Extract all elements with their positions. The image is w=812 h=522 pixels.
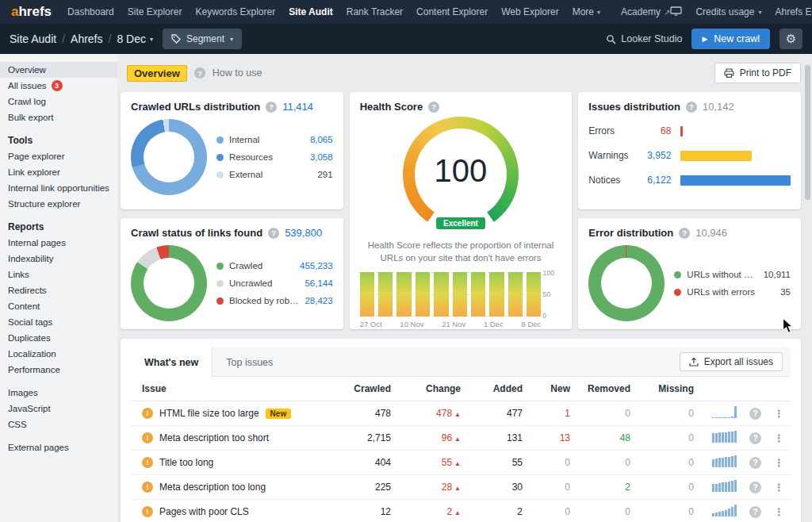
tab-top-issues[interactable]: Top issues bbox=[213, 347, 286, 377]
nav-academy[interactable]: Academy ↗ bbox=[621, 6, 670, 17]
help-icon[interactable]: ? bbox=[749, 408, 761, 420]
sidebar-item-bulk-export[interactable]: Bulk export bbox=[0, 109, 117, 125]
sidebar-item-crawl-log[interactable]: Crawl log bbox=[0, 94, 117, 109]
sidebar-item-internal-pages[interactable]: Internal pages bbox=[0, 235, 117, 251]
scrollbar[interactable] bbox=[805, 65, 810, 200]
enterprise-menu[interactable]: Ahrefs Enterprise ▾ bbox=[775, 6, 812, 17]
help-icon[interactable]: ? bbox=[749, 506, 761, 518]
crawled-urls-total[interactable]: 11,414 bbox=[282, 101, 313, 113]
help-icon[interactable]: ? bbox=[679, 228, 690, 239]
row-menu-icon[interactable]: ⋮ bbox=[774, 482, 784, 493]
legend-value[interactable]: 56,144 bbox=[304, 278, 332, 288]
sidebar-item-external-pages[interactable]: External pages bbox=[0, 439, 117, 455]
issue-link[interactable]: HTML file size too large bbox=[159, 408, 259, 419]
sidebar-item-performance[interactable]: Performance bbox=[0, 362, 117, 378]
sidebar-item-localization[interactable]: Localization bbox=[0, 346, 117, 362]
issues-tab-bar: What's newTop issues Export all issues bbox=[131, 347, 791, 377]
issue-link[interactable]: Meta description too short bbox=[159, 432, 269, 443]
top-nav-item-keywords-explorer[interactable]: Keywords Explorer bbox=[195, 6, 275, 17]
help-icon[interactable]: ? bbox=[266, 102, 277, 113]
top-nav-item-web-explorer[interactable]: Web Explorer bbox=[501, 6, 558, 17]
breadcrumb-project[interactable]: Ahrefs bbox=[71, 33, 102, 45]
new-crawl-button[interactable]: ▶ New crawl bbox=[691, 29, 770, 49]
help-icon[interactable]: ? bbox=[428, 102, 439, 113]
column-header-removed[interactable]: Removed bbox=[576, 377, 637, 401]
issues-row-notices: Notices6,122 bbox=[588, 175, 791, 186]
top-nav-item-content-explorer[interactable]: Content Explorer bbox=[416, 6, 488, 17]
ahrefs-logo[interactable]: ahrefs bbox=[11, 4, 52, 20]
sparkline-chart bbox=[712, 431, 737, 443]
column-header-missing[interactable]: Missing bbox=[637, 377, 700, 401]
sidebar-item-social-tags[interactable]: Social tags bbox=[0, 314, 117, 330]
help-icon[interactable]: ? bbox=[268, 228, 279, 239]
column-header-issue[interactable]: Issue bbox=[131, 377, 345, 401]
legend-value[interactable]: 8,065 bbox=[310, 135, 333, 144]
row-menu-icon[interactable]: ⋮ bbox=[774, 457, 784, 469]
crawl-date-selector[interactable]: 8 Dec ▾ bbox=[117, 33, 153, 45]
column-header-added[interactable]: Added bbox=[467, 377, 529, 401]
sidebar-item-all-issues[interactable]: All issues3 bbox=[0, 78, 117, 94]
cell-change: 2▲ bbox=[397, 500, 467, 522]
settings-button[interactable]: ⚙ bbox=[779, 29, 802, 49]
top-nav-item-more[interactable]: More▾ bbox=[573, 6, 600, 17]
sidebar-item-internal-link-opportunities[interactable]: Internal link opportunities bbox=[0, 180, 117, 196]
credits-usage-menu[interactable]: Credits usage ▾ bbox=[695, 6, 761, 17]
up-triangle-icon: ▲ bbox=[454, 460, 461, 467]
sidebar-item-css[interactable]: CSS bbox=[0, 416, 117, 432]
column-header-change[interactable]: Change bbox=[397, 377, 467, 401]
help-icon[interactable]: ? bbox=[686, 102, 697, 113]
sidebar-item-indexability[interactable]: Indexability bbox=[0, 251, 117, 267]
sidebar-item-redirects[interactable]: Redirects bbox=[0, 282, 117, 298]
sidebar-item-overview[interactable]: Overview bbox=[0, 62, 117, 78]
links-found-total[interactable]: 539,800 bbox=[285, 227, 322, 239]
sidebar-item-duplicates[interactable]: Duplicates bbox=[0, 330, 117, 346]
row-menu-icon[interactable]: ⋮ bbox=[774, 432, 784, 444]
top-nav-item-site-audit[interactable]: Site Audit bbox=[289, 6, 333, 17]
issue-link[interactable]: Pages with poor CLS bbox=[159, 506, 249, 517]
sidebar-item-links[interactable]: Links bbox=[0, 267, 117, 282]
top-nav-item-rank-tracker[interactable]: Rank Tracker bbox=[347, 6, 403, 17]
overview-header: Overview ? How to use Print to PDF bbox=[121, 60, 801, 86]
sidebar-item-images[interactable]: Images bbox=[0, 385, 117, 401]
issues-value[interactable]: 6,122 bbox=[634, 175, 671, 186]
health-score-value: 100 bbox=[403, 117, 519, 225]
legend-item-urls-without-errors: URLs without errors10,911 bbox=[674, 270, 791, 279]
sidebar-item-content[interactable]: Content bbox=[0, 298, 117, 314]
help-icon[interactable]: ? bbox=[749, 432, 761, 444]
issue-link[interactable]: Meta description too long bbox=[159, 482, 266, 493]
display-settings-icon[interactable] bbox=[670, 6, 682, 18]
breadcrumb-site-audit[interactable]: Site Audit bbox=[10, 33, 56, 45]
sidebar-item-page-explorer[interactable]: Page explorer bbox=[0, 148, 117, 164]
help-icon[interactable]: ? bbox=[749, 482, 761, 493]
issues-value[interactable]: 68 bbox=[634, 125, 671, 136]
legend-value: 291 bbox=[317, 170, 332, 179]
top-nav-item-site-explorer[interactable]: Site Explorer bbox=[128, 6, 182, 17]
how-to-use-link[interactable]: How to use bbox=[213, 67, 262, 79]
help-icon[interactable]: ? bbox=[194, 67, 205, 79]
sidebar-item-link-explorer[interactable]: Link explorer bbox=[0, 164, 117, 180]
issue-link[interactable]: Title too long bbox=[159, 457, 213, 468]
legend-label: Uncrawled bbox=[229, 278, 272, 288]
looker-studio-link[interactable]: Looker Studio bbox=[606, 33, 682, 44]
legend-value[interactable]: 455,233 bbox=[300, 261, 333, 271]
cell-added: 30 bbox=[467, 475, 529, 500]
row-menu-icon[interactable]: ⋮ bbox=[774, 506, 784, 518]
legend-value[interactable]: 3,058 bbox=[310, 152, 333, 162]
export-all-issues-button[interactable]: Export all issues bbox=[680, 352, 783, 371]
tab-what-s-new[interactable]: What's new bbox=[131, 347, 213, 377]
chevron-down-icon: ▾ bbox=[758, 9, 761, 16]
table-row: !Meta description too short2,71596▲13113… bbox=[131, 426, 791, 451]
column-header-crawled[interactable]: Crawled bbox=[345, 377, 397, 401]
sidebar-item-structure-explorer[interactable]: Structure explorer bbox=[0, 196, 117, 212]
row-menu-icon[interactable]: ⋮ bbox=[774, 408, 784, 420]
top-nav-item-dashboard[interactable]: Dashboard bbox=[67, 6, 114, 17]
sidebar-item-javascript[interactable]: JavaScript bbox=[0, 401, 117, 416]
legend-value[interactable]: 28,423 bbox=[304, 296, 332, 305]
help-icon[interactable]: ? bbox=[749, 457, 761, 469]
issues-value[interactable]: 3,952 bbox=[634, 150, 671, 161]
segment-button[interactable]: Segment ▾ bbox=[163, 29, 242, 49]
column-header-new[interactable]: New bbox=[529, 377, 576, 401]
card-issues-table: What's newTop issues Export all issues I… bbox=[121, 339, 801, 522]
print-to-pdf-button[interactable]: Print to PDF bbox=[714, 63, 801, 83]
legend-dot bbox=[216, 171, 224, 178]
